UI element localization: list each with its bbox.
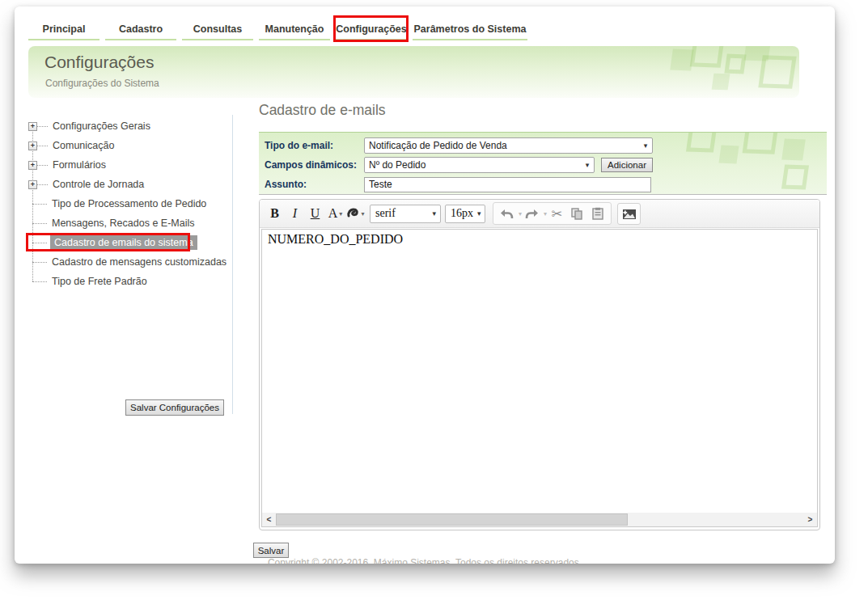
scroll-left-arrow[interactable]: < [262, 513, 276, 526]
tree-stub [32, 204, 47, 205]
scrollbar-thumb[interactable] [276, 513, 628, 526]
dynamic-fields-label: Campos dinâmicos: [259, 159, 364, 171]
undo-button[interactable] [497, 203, 517, 224]
font-family-select[interactable]: serif ▾ [370, 205, 441, 223]
tree-item-tipo-de-processamento[interactable]: Tipo de Processamento de Pedido [24, 194, 239, 213]
tree-item-comunicacao[interactable]: + Comunicação [24, 136, 239, 155]
chevron-down-icon: ▾ [639, 142, 652, 150]
italic-button[interactable]: I [285, 203, 305, 224]
section-title: Cadastro de e-mails [259, 102, 386, 119]
redo-button[interactable] [522, 203, 542, 224]
tree-stub [37, 165, 48, 166]
tree-stub [32, 262, 47, 263]
tree-item-mensagens-customizadas[interactable]: Cadastro de mensagens customizadas [24, 252, 239, 272]
tab-consultas[interactable]: Consultas [182, 18, 253, 40]
insert-image-button[interactable] [617, 203, 641, 225]
subject-label: Assunto: [259, 179, 364, 190]
clipboard-paste-icon [592, 207, 603, 220]
tree-stub [37, 184, 48, 185]
expand-plus-icon[interactable]: + [28, 161, 37, 170]
app-window: Principal Cadastro Consultas Manutenção … [15, 6, 835, 564]
tree-item-label: Tipo de Frete Padrão [52, 276, 147, 287]
email-body-editor: B I U A ▾ ▾ serif ▾ 16px ▾ [259, 199, 820, 530]
editor-content-area[interactable]: NUMERO_DO_PEDIDO [262, 230, 817, 513]
email-type-row: Tipo do e-mail: Notificação de Pedido de… [259, 136, 827, 155]
tree-stub [32, 223, 47, 224]
font-size-value: 16px [446, 207, 473, 220]
tree-stub [37, 146, 48, 146]
decor-square [758, 55, 796, 88]
scissors-icon: ✂ [552, 206, 562, 222]
chevron-down-icon: ▾ [361, 210, 364, 218]
decor-square [712, 74, 730, 91]
image-icon [622, 208, 637, 220]
tree-item-label: Formulários [53, 159, 106, 171]
tree-item-label: Controle de Jornada [53, 179, 144, 190]
tree-item-label: Configurações Gerais [53, 120, 150, 132]
page-header-banner: Configurações Configurações do Sistema [28, 46, 799, 98]
tree-item-label: Tipo de Processamento de Pedido [52, 198, 206, 209]
tree-item-configuracoes-gerais[interactable]: + Configurações Gerais [24, 116, 239, 136]
chevron-down-icon: ▾ [428, 209, 440, 218]
copyright-footer: Copyright © 2002-2016, Máximo Sistemas. … [15, 557, 835, 564]
cut-button[interactable]: ✂ [547, 203, 567, 224]
redo-icon [525, 209, 539, 219]
paint-drop-icon [346, 207, 359, 220]
decor-square [724, 54, 746, 74]
tree-stub [32, 243, 47, 243]
page-title: Configurações [44, 53, 154, 72]
expand-plus-icon[interactable]: + [28, 122, 37, 131]
chevron-down-icon: ▾ [581, 161, 594, 169]
tab-configuracoes[interactable]: Configurações [336, 18, 407, 40]
tab-parametros-do-sistema[interactable]: Parâmetros do Sistema [413, 18, 527, 40]
history-clipboard-group: ▾ ▾ ✂ [493, 202, 612, 225]
undo-icon [500, 209, 514, 219]
save-email-button[interactable]: Salvar [253, 543, 289, 558]
subject-row: Assunto: [259, 175, 827, 194]
tree-item-cadastro-de-emails[interactable]: Cadastro de emails do sistema [24, 233, 239, 252]
tree-item-label: Mensagens, Recados e E-Mails [52, 218, 194, 229]
tree-item-mensagens-recados[interactable]: Mensagens, Recados e E-Mails [24, 213, 239, 233]
add-dynamic-field-button[interactable]: Adicionar [601, 158, 653, 172]
chevron-down-icon: ▾ [339, 210, 342, 218]
underline-button[interactable]: U [305, 203, 325, 224]
tab-manutencao[interactable]: Manutenção [259, 18, 330, 40]
subject-input[interactable] [364, 177, 651, 192]
editor-toolbar: B I U A ▾ ▾ serif ▾ 16px ▾ [260, 200, 819, 228]
tab-principal[interactable]: Principal [28, 18, 100, 40]
tree-stub [37, 126, 48, 127]
tree-item-label: Comunicação [53, 140, 114, 151]
font-size-select[interactable]: 16px ▾ [445, 205, 485, 223]
config-tree: + Configurações Gerais + Comunicação + F… [24, 116, 239, 291]
dynamic-fields-value: Nº do Pedido [365, 159, 581, 171]
copy-button[interactable] [567, 203, 587, 224]
email-type-label: Tipo do e-mail: [259, 140, 364, 151]
chevron-down-icon: ▾ [473, 209, 485, 218]
decor-square [690, 46, 725, 68]
highlight-color-button[interactable]: ▾ [345, 203, 366, 224]
tree-item-formularios[interactable]: + Formulários [24, 155, 239, 175]
dynamic-fields-select[interactable]: Nº do Pedido ▾ [364, 157, 595, 173]
editor-body: NUMERO_DO_PEDIDO < > [261, 229, 818, 527]
tree-item-controle-de-jornada[interactable]: + Controle de Jornada [24, 175, 239, 194]
copy-icon [571, 208, 583, 220]
paste-button[interactable] [587, 203, 608, 224]
save-configurations-button[interactable]: Salvar Configurações [125, 399, 224, 416]
page-subtitle: Configurações do Sistema [45, 78, 159, 89]
horizontal-scrollbar[interactable]: < > [262, 513, 817, 526]
bold-button[interactable]: B [265, 203, 285, 224]
font-color-button[interactable]: A ▾ [325, 203, 345, 224]
email-type-select[interactable]: Notificação de Pedido de Venda ▾ [364, 137, 653, 154]
tab-cadastro[interactable]: Cadastro [105, 18, 176, 40]
email-type-value: Notificação de Pedido de Venda [365, 140, 639, 151]
dynamic-fields-row: Campos dinâmicos: Nº do Pedido ▾ Adicion… [259, 155, 827, 175]
scroll-right-arrow[interactable]: > [803, 513, 817, 526]
tree-item-label: Cadastro de mensagens customizadas [52, 256, 227, 268]
tree-item-label-selected: Cadastro de emails do sistema [50, 235, 197, 250]
expand-plus-icon[interactable]: + [28, 180, 37, 189]
expand-plus-icon[interactable]: + [28, 142, 37, 150]
email-form-panel: Tipo do e-mail: Notificação de Pedido de… [259, 132, 827, 195]
tree-stub [32, 281, 47, 282]
font-family-value: serif [370, 207, 428, 220]
tree-item-tipo-de-frete[interactable]: Tipo de Frete Padrão [24, 272, 239, 291]
